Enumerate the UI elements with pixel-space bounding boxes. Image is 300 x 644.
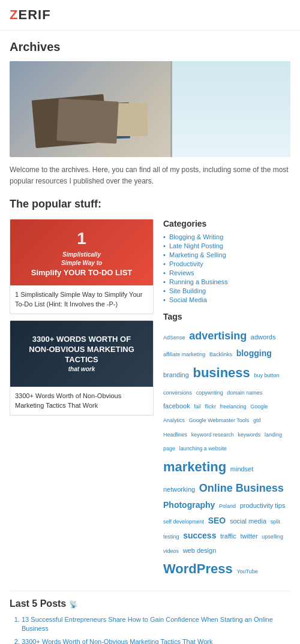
tag-poland[interactable]: Poland (219, 503, 236, 509)
tag-keywords[interactable]: keywords (238, 432, 260, 438)
tag-web-design[interactable]: web design (183, 547, 217, 554)
category-item[interactable]: Productivity (163, 260, 290, 267)
tag-videos[interactable]: videos (163, 548, 179, 554)
tag-adwords[interactable]: adwords (251, 333, 276, 341)
post-card-1-caption: 1 Simplistically Simple Way to Simplify … (10, 285, 153, 314)
category-item[interactable]: Running a Business (163, 278, 290, 285)
hero-book2 (106, 103, 148, 136)
post-card-2-caption: 3300+ Words Worth of Non-Obvious Marketi… (10, 387, 153, 415)
tag-seo[interactable]: SEO (208, 516, 226, 525)
last-posts-label: Last 5 Posts (10, 598, 66, 609)
tag-wordpress[interactable]: WordPress (163, 561, 233, 576)
tag-blogging[interactable]: blogging (236, 348, 272, 358)
tags-title: Tags (163, 312, 290, 321)
tag-adsense[interactable]: AdSense (163, 335, 185, 341)
tag-affiliate[interactable]: affiliate marketing (163, 351, 205, 357)
last-posts-title: Last 5 Posts 📡 (10, 591, 290, 609)
categories-title: Categories (163, 219, 290, 228)
post-card-1-overlay: 1 SimplisticallySimple Way to Simplify Y… (17, 227, 146, 278)
tag-conversions[interactable]: conversions (163, 390, 192, 396)
tag-youtube[interactable]: YouTube (236, 568, 257, 574)
tag-keyword-research[interactable]: keyword research (191, 432, 234, 438)
post-card-2-image: 3300+ WORDS WORTH OFNON-OBVIOUS MARKETIN… (10, 321, 153, 387)
tag-mindset[interactable]: mindset (230, 465, 254, 473)
tag-backlinks[interactable]: Backlinks (209, 351, 232, 357)
logo-text: ERIF (18, 7, 50, 22)
tag-twitter[interactable]: twitter (240, 532, 257, 540)
tag-success[interactable]: success (183, 531, 216, 540)
tag-productivity-tips[interactable]: productivity tips (240, 502, 286, 509)
post-card-1[interactable]: 1 SimplisticallySimple Way to Simplify Y… (10, 219, 154, 314)
tag-upselling[interactable]: upselling (262, 534, 283, 540)
post-card-2-caption-text: 3300+ Words Worth of Non-Obvious Marketi… (15, 392, 121, 408)
list-item[interactable]: 3300+ Words Worth of Non-Obvious Marketi… (22, 637, 290, 644)
tag-gwt[interactable]: Google Webmaster Tools (189, 417, 250, 423)
category-item[interactable]: Marketing & Selling (163, 251, 290, 258)
tag-fail[interactable]: fail (194, 404, 201, 410)
intro-text: Welcome to the archives. Here, you can f… (10, 164, 290, 187)
tag-social-media[interactable]: social media (230, 517, 266, 525)
tag-self-development[interactable]: self development (163, 519, 204, 525)
post-card-2-sub: that work (17, 365, 146, 373)
categories-list: Blogging & Writing Late Night Posting Ma… (163, 233, 290, 303)
logo-z: Z (10, 7, 18, 22)
tag-headlines[interactable]: Headlines (163, 432, 187, 438)
category-item[interactable]: Social Media (163, 296, 290, 303)
post-card-2-main: 3300+ WORDS WORTH OFNON-OBVIOUS MARKETIN… (17, 335, 146, 365)
category-item[interactable]: Site Building (163, 287, 290, 294)
list-item[interactable]: 13 Successful Entrepreneurs Share How to… (22, 615, 290, 634)
tag-freelancing[interactable]: freelancing (220, 404, 247, 410)
tag-marketing[interactable]: marketing (163, 459, 226, 474)
main-content: Archives Welcome to the archives. Here, … (0, 31, 300, 644)
tag-flickr[interactable]: flickr (205, 404, 216, 410)
category-item[interactable]: Reviews (163, 269, 290, 276)
popular-title: The popular stuff: (10, 198, 290, 210)
popular-posts: 1 SimplisticallySimple Way to Simplify Y… (10, 219, 154, 581)
post-card-1-main: Simplify YOUR TO-DO LIST (17, 267, 146, 278)
logo[interactable]: ZERIF (10, 7, 290, 23)
tag-facebook[interactable]: facebook (163, 402, 190, 410)
page-title: Archives (10, 40, 290, 54)
post-card-1-caption-text: 1 Simplistically Simple Way to Simplify … (15, 291, 142, 307)
post-card-2[interactable]: 3300+ WORDS WORTH OFNON-OBVIOUS MARKETIN… (10, 320, 154, 416)
last-posts-list: 13 Successful Entrepreneurs Share How to… (10, 615, 290, 644)
tag-buy-button[interactable]: buy button (254, 372, 279, 378)
tag-branding[interactable]: branding (163, 371, 189, 378)
tag-launching[interactable]: launching a website (179, 446, 227, 452)
rss-icon: 📡 (69, 600, 78, 609)
category-item[interactable]: Late Night Posting (163, 242, 290, 249)
categories-tags: Categories Blogging & Writing Late Night… (163, 219, 290, 581)
hero-window (170, 61, 290, 157)
tag-networking[interactable]: networking (163, 486, 195, 493)
tag-online-business[interactable]: Online Business (199, 482, 284, 494)
hero-image (10, 61, 290, 157)
post-card-2-overlay: 3300+ WORDS WORTH OFNON-OBVIOUS MARKETIN… (17, 335, 146, 374)
post-card-1-number: 1 (17, 227, 146, 251)
category-item[interactable]: Blogging & Writing (163, 233, 290, 240)
popular-categories-row: 1 SimplisticallySimple Way to Simplify Y… (10, 219, 290, 581)
last-posts-section: Last 5 Posts 📡 13 Successful Entrepreneu… (10, 591, 290, 644)
tags-section: Tags AdSense advertising adwords affilia… (163, 312, 290, 581)
tag-advertising[interactable]: advertising (189, 330, 247, 342)
post-card-1-subtitle: SimplisticallySimple Way to (17, 251, 146, 267)
tag-copywriting[interactable]: copywriting (196, 390, 223, 396)
header: ZERIF (0, 0, 300, 31)
tag-gtd[interactable]: gtd (253, 417, 261, 423)
tag-domain-names[interactable]: domain names (227, 390, 262, 396)
tag-traffic[interactable]: traffic (220, 532, 236, 540)
post-card-1-image: 1 SimplisticallySimple Way to Simplify Y… (10, 219, 153, 285)
tag-business[interactable]: business (193, 365, 250, 380)
tag-photography[interactable]: Photography (163, 500, 215, 510)
tags-cloud: AdSense advertising adwords affiliate ma… (163, 326, 290, 581)
